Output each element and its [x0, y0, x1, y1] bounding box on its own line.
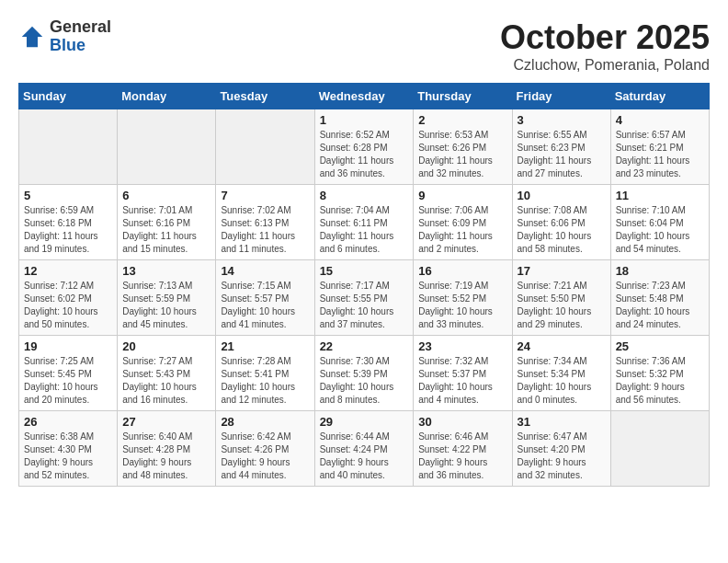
calendar-cell: 7Sunrise: 7:02 AM Sunset: 6:13 PM Daylig… [216, 185, 314, 260]
calendar-cell: 2Sunrise: 6:53 AM Sunset: 6:26 PM Daylig… [414, 109, 512, 185]
calendar-cell: 25Sunrise: 7:36 AM Sunset: 5:32 PM Dayli… [610, 336, 709, 411]
calendar-cell [610, 411, 709, 487]
day-info: Sunrise: 7:19 AM Sunset: 5:52 PM Dayligh… [418, 280, 506, 331]
weekday-header-wednesday: Wednesday [314, 84, 414, 109]
day-number: 9 [418, 189, 506, 202]
day-info: Sunrise: 7:13 AM Sunset: 5:59 PM Dayligh… [122, 280, 210, 331]
location: Czluchow, Pomerania, Poland [500, 57, 710, 74]
day-info: Sunrise: 7:02 AM Sunset: 6:13 PM Dayligh… [221, 204, 309, 256]
day-info: Sunrise: 7:08 AM Sunset: 6:06 PM Dayligh… [518, 204, 606, 256]
day-info: Sunrise: 7:27 AM Sunset: 5:43 PM Dayligh… [122, 355, 210, 407]
day-number: 7 [221, 189, 309, 202]
page-header: General Blue October 2025 Czluchow, Pome… [18, 18, 710, 74]
calendar-cell: 4Sunrise: 6:57 AM Sunset: 6:21 PM Daylig… [610, 109, 709, 185]
day-number: 13 [122, 264, 210, 278]
day-number: 30 [418, 415, 506, 429]
month-title: October 2025 [500, 18, 710, 57]
calendar-cell: 13Sunrise: 7:13 AM Sunset: 5:59 PM Dayli… [118, 260, 216, 336]
calendar-cell: 26Sunrise: 6:38 AM Sunset: 4:30 PM Dayli… [19, 411, 118, 487]
day-number: 11 [616, 189, 704, 202]
day-info: Sunrise: 6:40 AM Sunset: 4:28 PM Dayligh… [122, 431, 210, 482]
day-info: Sunrise: 6:57 AM Sunset: 6:21 PM Dayligh… [616, 129, 704, 180]
day-number: 1 [320, 113, 409, 127]
day-info: Sunrise: 7:36 AM Sunset: 5:32 PM Dayligh… [616, 355, 704, 407]
day-info: Sunrise: 7:32 AM Sunset: 5:37 PM Dayligh… [418, 355, 506, 407]
day-info: Sunrise: 7:25 AM Sunset: 5:45 PM Dayligh… [24, 355, 112, 407]
day-number: 8 [320, 189, 409, 202]
day-info: Sunrise: 6:44 AM Sunset: 4:24 PM Dayligh… [320, 431, 409, 482]
day-info: Sunrise: 7:34 AM Sunset: 5:34 PM Dayligh… [518, 355, 606, 407]
day-info: Sunrise: 7:10 AM Sunset: 6:04 PM Dayligh… [616, 204, 704, 256]
calendar-cell: 23Sunrise: 7:32 AM Sunset: 5:37 PM Dayli… [414, 336, 512, 411]
day-number: 19 [24, 339, 112, 353]
day-info: Sunrise: 7:06 AM Sunset: 6:09 PM Dayligh… [418, 204, 506, 256]
calendar-week-1: 1Sunrise: 6:52 AM Sunset: 6:28 PM Daylig… [19, 109, 710, 185]
weekday-header-friday: Friday [512, 84, 610, 109]
logo-text: General Blue [50, 18, 111, 55]
day-number: 24 [518, 339, 606, 353]
calendar-cell [118, 109, 216, 185]
calendar-cell: 5Sunrise: 6:59 AM Sunset: 6:18 PM Daylig… [19, 185, 118, 260]
logo-icon [18, 23, 46, 51]
calendar-cell: 31Sunrise: 6:47 AM Sunset: 4:20 PM Dayli… [512, 411, 610, 487]
calendar-cell: 3Sunrise: 6:55 AM Sunset: 6:23 PM Daylig… [512, 109, 610, 185]
calendar-cell: 17Sunrise: 7:21 AM Sunset: 5:50 PM Dayli… [512, 260, 610, 336]
weekday-header-monday: Monday [118, 84, 216, 109]
logo: General Blue [18, 18, 111, 55]
day-info: Sunrise: 7:28 AM Sunset: 5:41 PM Dayligh… [221, 355, 309, 407]
day-info: Sunrise: 6:42 AM Sunset: 4:26 PM Dayligh… [221, 431, 309, 482]
calendar-week-5: 26Sunrise: 6:38 AM Sunset: 4:30 PM Dayli… [19, 411, 710, 487]
day-number: 4 [616, 113, 704, 127]
calendar-table: SundayMondayTuesdayWednesdayThursdayFrid… [18, 83, 710, 487]
day-number: 21 [221, 339, 309, 353]
calendar-cell: 29Sunrise: 6:44 AM Sunset: 4:24 PM Dayli… [314, 411, 414, 487]
day-info: Sunrise: 6:55 AM Sunset: 6:23 PM Dayligh… [518, 129, 606, 180]
day-number: 17 [518, 264, 606, 278]
calendar-cell: 10Sunrise: 7:08 AM Sunset: 6:06 PM Dayli… [512, 185, 610, 260]
day-info: Sunrise: 6:53 AM Sunset: 6:26 PM Dayligh… [418, 129, 506, 180]
day-info: Sunrise: 6:52 AM Sunset: 6:28 PM Dayligh… [320, 129, 409, 180]
calendar-cell [19, 109, 118, 185]
svg-marker-0 [22, 27, 43, 48]
day-number: 27 [122, 415, 210, 429]
day-number: 5 [24, 189, 112, 202]
weekday-header-tuesday: Tuesday [216, 84, 314, 109]
calendar-week-2: 5Sunrise: 6:59 AM Sunset: 6:18 PM Daylig… [19, 185, 710, 260]
day-info: Sunrise: 6:47 AM Sunset: 4:20 PM Dayligh… [518, 431, 606, 482]
logo-blue-text: Blue [50, 37, 111, 55]
day-number: 22 [320, 339, 409, 353]
day-number: 2 [418, 113, 506, 127]
weekday-header-sunday: Sunday [19, 84, 118, 109]
day-number: 16 [418, 264, 506, 278]
calendar-cell: 27Sunrise: 6:40 AM Sunset: 4:28 PM Dayli… [118, 411, 216, 487]
day-number: 20 [122, 339, 210, 353]
day-info: Sunrise: 6:59 AM Sunset: 6:18 PM Dayligh… [24, 204, 112, 256]
calendar-cell: 15Sunrise: 7:17 AM Sunset: 5:55 PM Dayli… [314, 260, 414, 336]
calendar-cell: 11Sunrise: 7:10 AM Sunset: 6:04 PM Dayli… [610, 185, 709, 260]
calendar-cell: 30Sunrise: 6:46 AM Sunset: 4:22 PM Dayli… [414, 411, 512, 487]
calendar-week-3: 12Sunrise: 7:12 AM Sunset: 6:02 PM Dayli… [19, 260, 710, 336]
day-info: Sunrise: 7:12 AM Sunset: 6:02 PM Dayligh… [24, 280, 112, 331]
calendar-cell: 16Sunrise: 7:19 AM Sunset: 5:52 PM Dayli… [414, 260, 512, 336]
day-number: 3 [518, 113, 606, 127]
calendar-cell: 20Sunrise: 7:27 AM Sunset: 5:43 PM Dayli… [118, 336, 216, 411]
calendar-cell [216, 109, 314, 185]
day-info: Sunrise: 6:46 AM Sunset: 4:22 PM Dayligh… [418, 431, 506, 482]
calendar-cell: 22Sunrise: 7:30 AM Sunset: 5:39 PM Dayli… [314, 336, 414, 411]
logo-general-text: General [50, 18, 111, 37]
day-number: 31 [518, 415, 606, 429]
day-number: 10 [518, 189, 606, 202]
weekday-header-saturday: Saturday [610, 84, 709, 109]
day-info: Sunrise: 7:17 AM Sunset: 5:55 PM Dayligh… [320, 280, 409, 331]
calendar-cell: 12Sunrise: 7:12 AM Sunset: 6:02 PM Dayli… [19, 260, 118, 336]
calendar-cell: 21Sunrise: 7:28 AM Sunset: 5:41 PM Dayli… [216, 336, 314, 411]
day-number: 14 [221, 264, 309, 278]
day-info: Sunrise: 6:38 AM Sunset: 4:30 PM Dayligh… [24, 431, 112, 482]
day-number: 23 [418, 339, 506, 353]
day-number: 15 [320, 264, 409, 278]
calendar-cell: 28Sunrise: 6:42 AM Sunset: 4:26 PM Dayli… [216, 411, 314, 487]
calendar-cell: 19Sunrise: 7:25 AM Sunset: 5:45 PM Dayli… [19, 336, 118, 411]
day-number: 25 [616, 339, 704, 353]
day-number: 26 [24, 415, 112, 429]
day-number: 29 [320, 415, 409, 429]
